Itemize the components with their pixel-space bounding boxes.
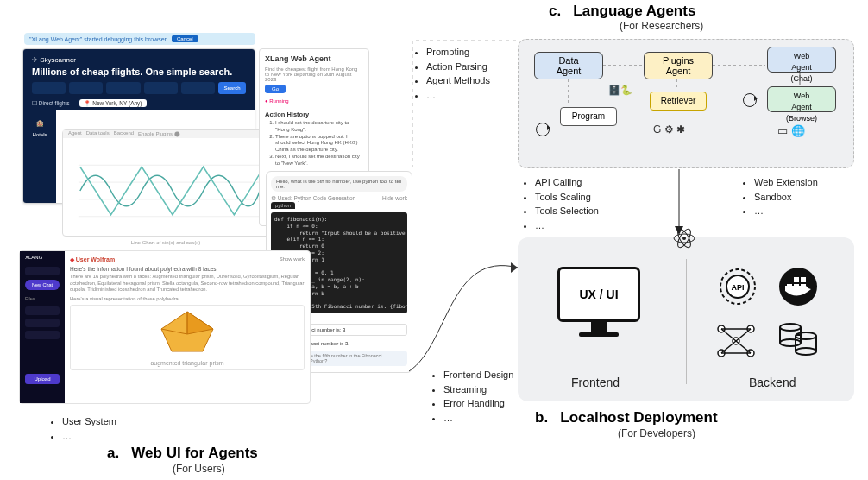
section-a-title: Web UI for Agents [131,445,257,461]
debug-banner: "XLang Web Agent" started debugging this… [24,33,255,45]
svg-line-22 [721,341,736,353]
section-b-audience: (For Developers) [618,427,695,439]
show-work-toggle[interactable]: Show work [280,256,305,262]
svg-line-21 [736,329,751,341]
react-atom-icon [671,225,697,251]
section-c-title: Language Agents [573,3,695,19]
new-chat-button[interactable]: New Chat [25,280,60,290]
language-agents-panel: Data Agent Plugins Agent Web Agent (Chat… [518,39,854,168]
sky-search-button[interactable]: Search [218,82,246,94]
prism-icon [151,308,223,357]
lang-connectors [519,40,853,167]
svg-text:API: API [731,283,744,292]
frontend-label: Frontend [571,376,620,389]
svg-rect-13 [794,277,799,282]
upload-button[interactable]: Upload [25,374,60,384]
wolfram-panel: XLANG New Chat Files Upload ◆ User Wolfr… [19,250,311,404]
section-b-letter: b. [535,409,548,426]
chart-panel: AgentData toolsBackendEnable Plugins ⬤ L… [62,129,269,237]
curve-a-to-b [371,199,544,380]
db-stack-icon [777,320,820,362]
network-icon [713,320,759,362]
svg-point-27 [780,339,801,346]
banner-cancel-button[interactable]: Cancel [172,35,198,42]
sidebar: XLANG New Chat Files Upload [20,251,65,403]
svg-line-20 [721,329,736,341]
svg-point-26 [780,324,801,331]
sky-headline: Millions of cheap flights. One simple se… [32,66,246,77]
section-a-audience: (For Users) [173,463,225,475]
monitor-icon: UX / UI [557,267,640,337]
docker-icon [777,265,820,308]
sine-chart [63,138,268,243]
section-b-title: Localhost Deployment [560,409,717,426]
svg-point-5 [682,237,686,240]
section-c-letter: c. [549,3,561,19]
svg-line-23 [736,341,751,353]
xlang-go-button[interactable]: Go [265,85,286,93]
dash-left-of-c [406,37,518,175]
localhost-panel: UX / UI Frontend Backend API [518,237,854,401]
backend-label: Backend [749,376,796,389]
svg-rect-14 [801,277,806,282]
svg-marker-39 [511,262,518,273]
bullets-user-system: User System … [50,414,116,443]
bullets-webext: Web Extension Sandbox … [742,175,818,218]
api-gear-icon: API [716,265,759,308]
svg-point-29 [796,348,816,355]
section-a-letter: a. [107,445,119,461]
section-c-audience: (For Researchers) [620,20,703,32]
